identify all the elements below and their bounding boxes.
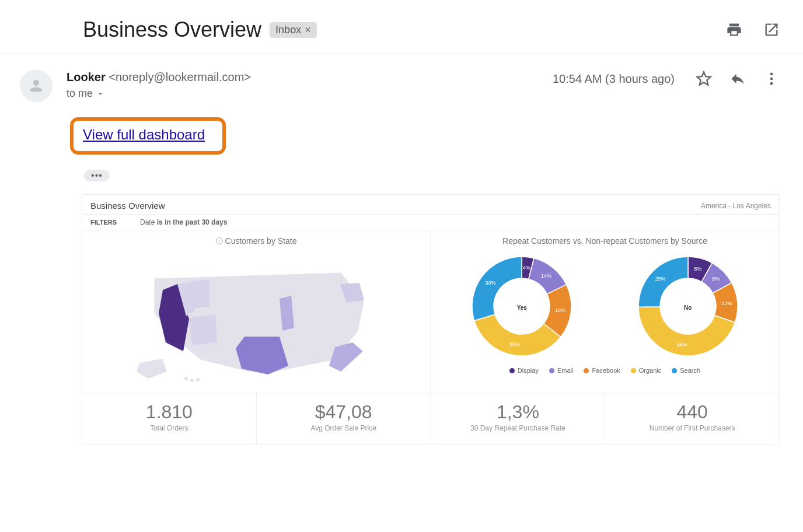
svg-point-4 <box>190 379 194 382</box>
sender-name: Looker <box>67 71 106 83</box>
filter-bold: is in the past 30 days <box>157 218 228 226</box>
donut-panel: Repeat Customers vs. Non-repeat Customer… <box>431 230 779 393</box>
metric-first-purchasers: 440 Number of First Purchasers <box>605 393 779 444</box>
highlight-box: View full dashboard <box>70 117 226 155</box>
view-dashboard-link[interactable]: View full dashboard <box>83 127 205 142</box>
more-icon[interactable] <box>763 71 780 87</box>
reply-icon[interactable] <box>729 71 746 87</box>
map-panel: i Customers by State <box>82 230 431 393</box>
svg-point-3 <box>184 377 188 380</box>
dashboard: Business Overview America - Los Angeles … <box>82 194 780 444</box>
metric-total-orders: 1.810 Total Orders <box>82 393 257 444</box>
dashboard-row-charts: i Customers by State <box>82 230 779 393</box>
legend-item: Facebook <box>584 367 620 374</box>
metric-label: Number of First Purchasers <box>611 424 773 432</box>
open-in-new-icon[interactable] <box>763 22 780 38</box>
metric-label: Avg Order Sale Price <box>263 424 425 432</box>
email-header: Business Overview Inbox × <box>0 0 803 54</box>
to-text: to me <box>67 88 93 100</box>
legend-item: Organic <box>631 367 662 374</box>
dashboard-title: Business Overview <box>90 201 165 211</box>
inbox-badge-label: Inbox <box>275 24 301 36</box>
to-line[interactable]: to me <box>67 88 553 100</box>
metric-label: 30 Day Repeat Purchase Rate <box>437 424 599 432</box>
donut-no: 8%9%13%44%25% No <box>630 248 746 367</box>
sender-email: <noreply@lookermail.com> <box>109 71 251 83</box>
star-icon[interactable] <box>696 71 712 87</box>
metric-label: Total Orders <box>88 424 250 432</box>
map-title: i Customers by State <box>90 236 422 246</box>
close-icon[interactable]: × <box>305 24 311 36</box>
filter-date: Date is in the past 30 days <box>140 218 227 226</box>
legend-item: Display <box>509 367 539 374</box>
state-arizona <box>189 314 217 345</box>
dashboard-locale: America - Los Angeles <box>701 202 771 210</box>
metric-repeat-rate: 1,3% 30 Day Repeat Purchase Rate <box>431 393 606 444</box>
print-icon[interactable] <box>726 22 742 38</box>
metrics-row: 1.810 Total Orders $47,08 Avg Order Sale… <box>82 393 779 444</box>
sender-block: Looker <noreply@lookermail.com> to me <box>67 71 553 100</box>
avatar[interactable] <box>20 69 53 102</box>
svg-point-2 <box>770 82 773 85</box>
state-utah <box>192 279 210 309</box>
email-subject: Business Overview <box>83 18 261 42</box>
map-title-text: Customers by State <box>225 236 297 246</box>
state-texas <box>236 337 288 374</box>
svg-point-5 <box>196 378 200 382</box>
donut-charts: 4%14%18%35%30% Yes 8%9%13%44%25% No <box>439 249 771 366</box>
donut-no-label: No <box>630 248 746 367</box>
email-body: View full dashboard ••• Business Overvie… <box>0 107 803 444</box>
donut-yes-label: Yes <box>463 248 580 367</box>
metric-value: 1,3% <box>437 401 599 423</box>
metric-avg-price: $47,08 Avg Order Sale Price <box>257 393 431 444</box>
metric-value: 440 <box>611 401 773 423</box>
chevron-down-icon <box>96 90 104 98</box>
show-trimmed-content-button[interactable]: ••• <box>84 170 110 181</box>
header-actions <box>726 22 780 38</box>
metric-value: 1.810 <box>88 401 250 423</box>
state-alaska <box>137 359 167 379</box>
legend-item: Search <box>672 367 700 374</box>
sender-row: Looker <noreply@lookermail.com> to me 10… <box>0 54 803 107</box>
svg-point-1 <box>770 78 773 80</box>
donut-legend: Display Email Facebook Organic Search <box>439 367 771 374</box>
dashboard-header: Business Overview America - Los Angeles <box>82 195 779 214</box>
metric-value: $47,08 <box>263 401 425 423</box>
sender-line: Looker <noreply@lookermail.com> <box>67 71 553 84</box>
legend-item: Email <box>549 367 574 374</box>
filter-prefix: Date <box>140 218 157 226</box>
donut-yes: 4%14%18%35%30% Yes <box>463 248 580 367</box>
us-map <box>131 249 382 383</box>
person-icon <box>27 77 45 94</box>
filters-label: FILTERS <box>90 219 117 226</box>
meta-actions: 10:54 AM (3 hours ago) <box>553 71 780 87</box>
svg-point-0 <box>770 73 773 76</box>
donut-title: Repeat Customers vs. Non-repeat Customer… <box>439 236 771 246</box>
inbox-badge[interactable]: Inbox × <box>270 22 317 38</box>
timestamp: 10:54 AM (3 hours ago) <box>553 72 675 86</box>
dashboard-filters: FILTERS Date is in the past 30 days <box>82 214 779 230</box>
info-icon: i <box>216 237 223 244</box>
